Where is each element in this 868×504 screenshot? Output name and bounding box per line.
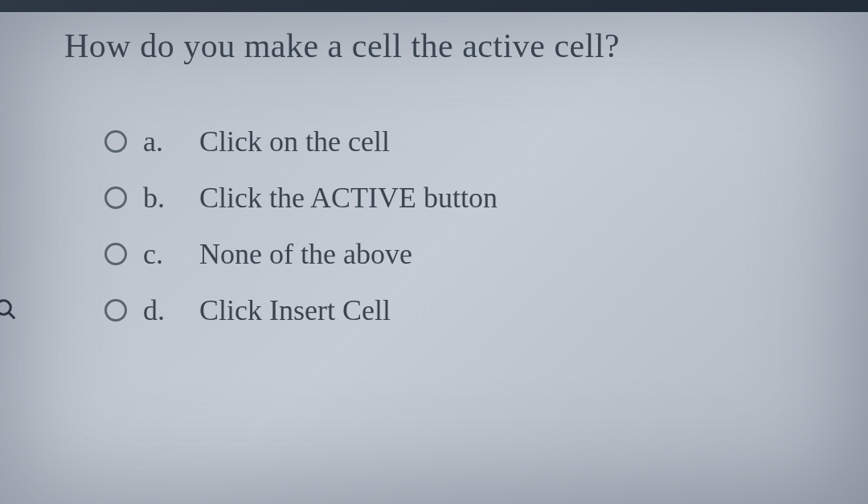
radio-icon[interactable] xyxy=(104,186,127,209)
option-text: Click the ACTIVE button xyxy=(199,181,497,215)
option-row-c[interactable]: c. None of the above xyxy=(104,237,820,271)
option-text: Click Insert Cell xyxy=(199,293,391,327)
radio-icon[interactable] xyxy=(104,299,127,322)
option-letter: b. xyxy=(143,181,183,215)
option-text: None of the above xyxy=(199,237,412,271)
option-row-d[interactable]: d. Click Insert Cell xyxy=(104,293,820,327)
option-letter: a. xyxy=(143,125,183,158)
radio-icon[interactable] xyxy=(104,130,127,153)
option-row-b[interactable]: b. Click the ACTIVE button xyxy=(104,181,820,215)
magnify-icon xyxy=(0,297,18,322)
option-letter: c. xyxy=(143,237,183,271)
option-row-a[interactable]: a. Click on the cell xyxy=(104,125,820,158)
options-list: a. Click on the cell b. Click the ACTIVE… xyxy=(64,125,820,327)
option-letter: d. xyxy=(143,293,183,327)
option-text: Click on the cell xyxy=(199,125,390,158)
svg-line-1 xyxy=(9,313,15,319)
radio-icon[interactable] xyxy=(104,243,127,265)
question-heading: How do you make a cell the active cell? xyxy=(64,24,820,68)
quiz-container: How do you make a cell the active cell? … xyxy=(0,0,868,382)
